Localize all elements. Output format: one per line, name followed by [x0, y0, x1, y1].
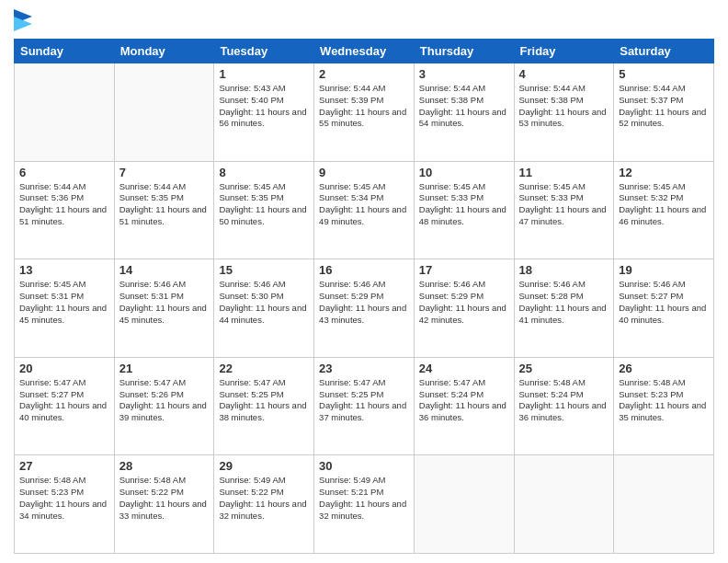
day-info: Sunrise: 5:45 AMSunset: 5:34 PMDaylight:…: [319, 181, 409, 228]
day-info: Sunrise: 5:47 AMSunset: 5:24 PMDaylight:…: [419, 377, 509, 424]
day-number: 29: [219, 459, 309, 473]
day-number: 1: [219, 67, 309, 81]
logo-icon: [14, 9, 32, 31]
day-info: Sunrise: 5:48 AMSunset: 5:22 PMDaylight:…: [119, 475, 210, 522]
weekday-header-monday: Monday: [114, 40, 214, 63]
calendar-cell: 27Sunrise: 5:48 AMSunset: 5:23 PMDayligh…: [15, 455, 115, 554]
day-info: Sunrise: 5:47 AMSunset: 5:25 PMDaylight:…: [319, 377, 409, 424]
calendar-cell: 2Sunrise: 5:44 AMSunset: 5:39 PMDaylight…: [314, 63, 415, 162]
day-info: Sunrise: 5:46 AMSunset: 5:31 PMDaylight:…: [119, 279, 210, 326]
calendar-cell: 29Sunrise: 5:49 AMSunset: 5:22 PMDayligh…: [214, 455, 314, 554]
calendar-cell: 12Sunrise: 5:45 AMSunset: 5:32 PMDayligh…: [614, 161, 714, 259]
day-info: Sunrise: 5:44 AMSunset: 5:37 PMDaylight:…: [619, 83, 709, 130]
calendar-cell: [414, 455, 514, 554]
calendar-cell: 24Sunrise: 5:47 AMSunset: 5:24 PMDayligh…: [414, 357, 514, 455]
calendar-cell: [15, 63, 115, 162]
weekday-header-sunday: Sunday: [15, 40, 115, 63]
day-number: 19: [619, 263, 709, 277]
weekday-header-saturday: Saturday: [614, 40, 714, 63]
day-info: Sunrise: 5:46 AMSunset: 5:29 PMDaylight:…: [319, 279, 409, 326]
day-number: 27: [19, 459, 109, 473]
day-info: Sunrise: 5:49 AMSunset: 5:21 PMDaylight:…: [319, 475, 409, 522]
calendar-cell: 5Sunrise: 5:44 AMSunset: 5:37 PMDaylight…: [614, 63, 714, 162]
calendar-cell: 10Sunrise: 5:45 AMSunset: 5:33 PMDayligh…: [414, 161, 514, 259]
calendar-cell: 16Sunrise: 5:46 AMSunset: 5:29 PMDayligh…: [314, 259, 415, 358]
day-number: 17: [419, 263, 509, 277]
day-number: 9: [319, 166, 409, 179]
calendar-cell: 11Sunrise: 5:45 AMSunset: 5:33 PMDayligh…: [514, 161, 614, 259]
day-info: Sunrise: 5:48 AMSunset: 5:23 PMDaylight:…: [19, 475, 109, 522]
day-number: 14: [119, 263, 210, 277]
day-info: Sunrise: 5:44 AMSunset: 5:36 PMDaylight:…: [19, 181, 109, 228]
day-number: 4: [519, 67, 609, 81]
weekday-header-friday: Friday: [514, 40, 614, 63]
calendar-cell: 30Sunrise: 5:49 AMSunset: 5:21 PMDayligh…: [314, 455, 415, 554]
day-number: 23: [319, 362, 409, 375]
calendar-cell: 20Sunrise: 5:47 AMSunset: 5:27 PMDayligh…: [15, 357, 115, 455]
day-number: 6: [19, 166, 109, 179]
day-info: Sunrise: 5:45 AMSunset: 5:33 PMDaylight:…: [519, 181, 609, 228]
calendar-cell: 17Sunrise: 5:46 AMSunset: 5:29 PMDayligh…: [414, 259, 514, 358]
day-number: 3: [419, 67, 509, 81]
day-info: Sunrise: 5:44 AMSunset: 5:38 PMDaylight:…: [419, 83, 509, 130]
day-number: 22: [219, 362, 309, 375]
day-number: 10: [419, 166, 509, 179]
day-number: 16: [319, 263, 409, 277]
day-info: Sunrise: 5:45 AMSunset: 5:33 PMDaylight:…: [419, 181, 509, 228]
day-number: 28: [119, 459, 210, 473]
day-info: Sunrise: 5:48 AMSunset: 5:24 PMDaylight:…: [519, 377, 609, 424]
day-info: Sunrise: 5:45 AMSunset: 5:35 PMDaylight:…: [219, 181, 309, 228]
calendar-cell: [514, 455, 614, 554]
day-info: Sunrise: 5:43 AMSunset: 5:40 PMDaylight:…: [219, 83, 309, 130]
calendar-cell: 15Sunrise: 5:46 AMSunset: 5:30 PMDayligh…: [214, 259, 314, 358]
calendar-cell: 8Sunrise: 5:45 AMSunset: 5:35 PMDaylight…: [214, 161, 314, 259]
day-number: 20: [19, 362, 109, 375]
day-info: Sunrise: 5:46 AMSunset: 5:28 PMDaylight:…: [519, 279, 609, 326]
page: SundayMondayTuesdayWednesdayThursdayFrid…: [0, 0, 728, 563]
day-info: Sunrise: 5:46 AMSunset: 5:27 PMDaylight:…: [619, 279, 709, 326]
day-info: Sunrise: 5:49 AMSunset: 5:22 PMDaylight:…: [219, 475, 309, 522]
calendar-cell: 7Sunrise: 5:44 AMSunset: 5:35 PMDaylight…: [114, 161, 214, 259]
day-number: 11: [519, 166, 609, 179]
day-number: 7: [119, 166, 210, 179]
day-info: Sunrise: 5:45 AMSunset: 5:32 PMDaylight:…: [619, 181, 709, 228]
day-number: 21: [119, 362, 210, 375]
day-number: 8: [219, 166, 309, 179]
calendar-cell: [114, 63, 214, 162]
day-info: Sunrise: 5:44 AMSunset: 5:35 PMDaylight:…: [119, 181, 210, 228]
day-number: 12: [619, 166, 709, 179]
weekday-header-wednesday: Wednesday: [314, 40, 415, 63]
day-info: Sunrise: 5:44 AMSunset: 5:38 PMDaylight:…: [519, 83, 609, 130]
calendar-cell: 25Sunrise: 5:48 AMSunset: 5:24 PMDayligh…: [514, 357, 614, 455]
calendar-cell: 6Sunrise: 5:44 AMSunset: 5:36 PMDaylight…: [15, 161, 115, 259]
calendar-cell: [614, 455, 714, 554]
weekday-header-thursday: Thursday: [414, 40, 514, 63]
calendar-cell: 21Sunrise: 5:47 AMSunset: 5:26 PMDayligh…: [114, 357, 214, 455]
calendar-cell: 9Sunrise: 5:45 AMSunset: 5:34 PMDaylight…: [314, 161, 415, 259]
day-number: 2: [319, 67, 409, 81]
calendar-cell: 26Sunrise: 5:48 AMSunset: 5:23 PMDayligh…: [614, 357, 714, 455]
calendar-cell: 4Sunrise: 5:44 AMSunset: 5:38 PMDaylight…: [514, 63, 614, 162]
calendar-cell: 28Sunrise: 5:48 AMSunset: 5:22 PMDayligh…: [114, 455, 214, 554]
calendar-table: SundayMondayTuesdayWednesdayThursdayFrid…: [14, 39, 714, 554]
day-number: 13: [19, 263, 109, 277]
day-number: 15: [219, 263, 309, 277]
day-number: 5: [619, 67, 709, 81]
day-number: 18: [519, 263, 609, 277]
day-info: Sunrise: 5:45 AMSunset: 5:31 PMDaylight:…: [19, 279, 109, 326]
day-info: Sunrise: 5:47 AMSunset: 5:26 PMDaylight:…: [119, 377, 210, 424]
day-number: 24: [419, 362, 509, 375]
day-info: Sunrise: 5:48 AMSunset: 5:23 PMDaylight:…: [619, 377, 709, 424]
calendar-cell: 13Sunrise: 5:45 AMSunset: 5:31 PMDayligh…: [15, 259, 115, 358]
calendar-cell: 22Sunrise: 5:47 AMSunset: 5:25 PMDayligh…: [214, 357, 314, 455]
calendar-cell: 3Sunrise: 5:44 AMSunset: 5:38 PMDaylight…: [414, 63, 514, 162]
logo: [14, 9, 36, 31]
calendar-cell: 1Sunrise: 5:43 AMSunset: 5:40 PMDaylight…: [214, 63, 314, 162]
day-number: 26: [619, 362, 709, 375]
calendar-cell: 23Sunrise: 5:47 AMSunset: 5:25 PMDayligh…: [314, 357, 415, 455]
day-info: Sunrise: 5:47 AMSunset: 5:27 PMDaylight:…: [19, 377, 109, 424]
day-info: Sunrise: 5:46 AMSunset: 5:30 PMDaylight:…: [219, 279, 309, 326]
day-info: Sunrise: 5:46 AMSunset: 5:29 PMDaylight:…: [419, 279, 509, 326]
day-number: 30: [319, 459, 409, 473]
day-info: Sunrise: 5:47 AMSunset: 5:25 PMDaylight:…: [219, 377, 309, 424]
